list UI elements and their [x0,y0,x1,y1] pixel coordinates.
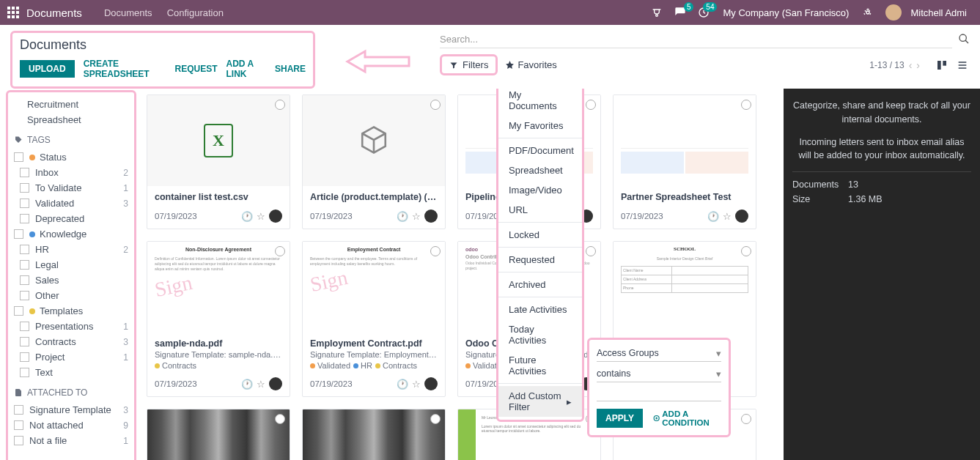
filter-option[interactable]: Late Activities [498,300,582,319]
star-icon[interactable]: ☆ [257,211,265,222]
favorites-toggle[interactable]: Favorites [505,59,556,70]
owner-avatar[interactable] [269,377,282,390]
add-link-button[interactable]: ADD A LINK [226,59,266,79]
filter-option[interactable]: My Favorites [498,116,582,136]
pager-next[interactable]: › [916,59,920,71]
user-name: Mitchell Admi [910,7,967,18]
owner-avatar[interactable] [424,209,438,223]
nav-configuration[interactable]: Configuration [160,7,231,18]
star-icon[interactable]: ☆ [412,211,421,222]
sidebar-item[interactable]: Not a file1 [14,433,128,448]
document-card[interactable]: Article (product.template) (49).x...07/1… [302,94,446,229]
sidebar-item[interactable]: Validated3 [14,196,128,211]
select-radio[interactable] [586,100,596,110]
kanban-view-button[interactable] [935,58,949,73]
document-card[interactable]: Partner Spreadsheet Test07/19/2023🕐☆ [613,94,756,229]
left-sidebar: Recruitment Spreadsheet TAGS Status Inbo… [6,90,136,460]
sidebar-item[interactable]: Sales [14,272,128,288]
document-card[interactable]: Non-Disclosure AgreementDefinition of Co… [147,241,290,397]
sidebar-item[interactable]: Not attached9 [14,418,128,433]
filter-operator-select[interactable]: contains▾ [597,366,721,382]
svg-rect-4 [937,61,941,70]
owner-avatar[interactable] [424,377,438,390]
clock-icon[interactable]: 🕐 [241,211,253,222]
clock-icon[interactable]: 🕐 [241,379,253,390]
filter-option[interactable]: Locked [498,225,582,245]
search-icon[interactable] [958,33,970,47]
select-radio[interactable] [741,246,751,256]
company-selector[interactable]: My Company (San Francisco) [723,7,849,18]
document-card[interactable] [147,409,290,460]
select-radio[interactable] [741,100,751,110]
select-radio[interactable] [275,100,285,110]
app-brand[interactable]: Documents [26,7,82,19]
filter-option[interactable]: PDF/Document [498,141,582,160]
select-radio[interactable] [275,246,285,256]
user-menu[interactable]: Mitchell Admi [885,4,967,21]
filters-toggle[interactable]: Filters [440,54,498,75]
tag-group-templates[interactable]: Templates [14,303,128,319]
create-spreadsheet-button[interactable]: CREATE SPREADSHEET [84,59,166,79]
add-condition-button[interactable]: ADD A CONDITION [653,409,721,427]
sidebar-item[interactable]: Other [14,288,128,303]
debug-icon[interactable] [862,7,874,18]
owner-avatar[interactable] [269,209,282,223]
clock-icon[interactable]: 🕐 [397,211,408,222]
voip-icon[interactable] [651,7,663,18]
star-icon[interactable]: ☆ [412,379,421,390]
folder-spreadsheet[interactable]: Spreadsheet [14,112,128,127]
star-icon[interactable]: ☆ [257,379,265,390]
sidebar-item[interactable]: Contracts3 [14,334,128,349]
filter-field-select[interactable]: Access Groups▾ [597,346,721,362]
apply-button[interactable]: APPLY [597,409,643,428]
clock-icon[interactable]: 🕐 [397,379,408,390]
messages-icon[interactable]: 5 [674,7,686,18]
request-button[interactable]: REQUEST [175,64,218,74]
search-input[interactable] [440,31,952,48]
activities-icon[interactable]: 54 [698,7,710,18]
card-subtitle: Signature Template: sample-nda.pdf [155,350,282,359]
select-radio[interactable] [430,246,441,256]
sidebar-item[interactable]: Legal [14,257,128,272]
filter-option[interactable]: Image/Video [498,180,582,200]
sidebar-item[interactable]: Deprecated [14,211,128,226]
filter-option[interactable]: Archived [498,275,582,294]
custom-filter-panel: Access Groups▾ contains▾ APPLY ADD A CON… [587,338,731,437]
sidebar-item[interactable]: Signature Template3 [14,402,128,418]
sidebar-item[interactable]: Inbox2 [14,165,128,180]
sidebar-item[interactable]: Project1 [14,349,128,365]
sidebar-item[interactable]: HR2 [14,242,128,257]
apps-icon[interactable] [7,7,19,18]
upload-button[interactable]: UPLOAD [20,60,75,78]
sidebar-item[interactable]: Text [14,365,128,380]
list-view-button[interactable] [955,58,970,73]
filter-value-input[interactable] [597,387,721,401]
share-button[interactable]: SHARE [275,64,306,74]
pager-prev[interactable]: ‹ [909,59,913,71]
folder-recruitment[interactable]: Recruitment [14,97,128,112]
tag-group-status[interactable]: Status [14,149,128,165]
filter-option[interactable]: URL [498,200,582,220]
stat-key: Size [792,194,848,204]
sidebar-item[interactable]: To Validate1 [14,180,128,196]
owner-avatar[interactable] [735,209,748,223]
document-card[interactable] [302,409,446,460]
sidebar-item[interactable]: Presentations1 [14,319,128,334]
select-radio[interactable] [741,414,751,424]
document-card[interactable]: Employment ContractBetween the company a… [302,241,446,397]
add-custom-filter[interactable]: Add Custom Filter▸ [498,386,582,417]
select-radio[interactable] [430,100,441,110]
tag-group-knowledge[interactable]: Knowledge [14,226,128,242]
filter-option[interactable]: Future Activities [498,350,582,381]
nav-documents[interactable]: Documents [97,7,160,18]
document-card[interactable]: Xcontainer list test.csv07/19/2023🕐☆ [147,94,290,229]
select-radio[interactable] [275,414,285,424]
filter-option[interactable]: Requested [498,250,582,270]
filter-option[interactable]: Today Activities [498,319,582,350]
filter-option[interactable]: My Documents [498,89,582,116]
star-icon[interactable]: ☆ [723,211,732,222]
clock-icon[interactable]: 🕐 [707,211,719,222]
select-radio[interactable] [586,246,596,256]
filter-option[interactable]: Spreadsheet [498,160,582,180]
select-radio[interactable] [430,414,441,424]
